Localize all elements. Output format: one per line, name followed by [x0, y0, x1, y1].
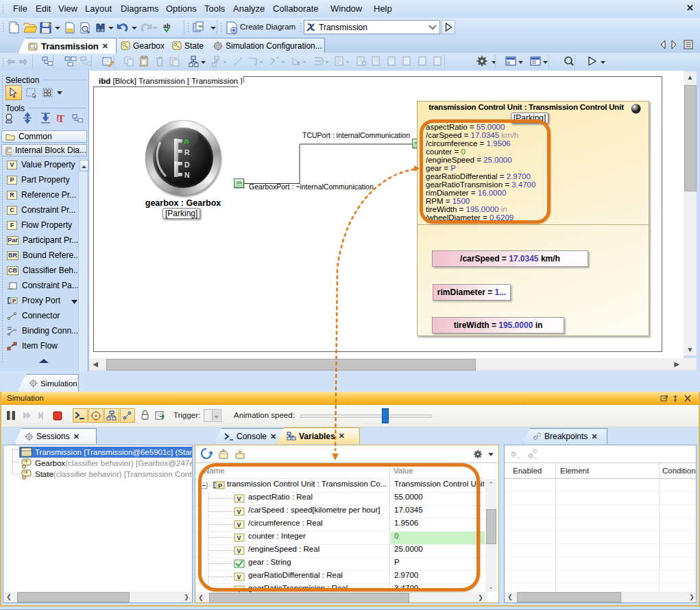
svg-text:T: T [58, 113, 64, 124]
svg-text:P: P [12, 298, 16, 304]
svg-text:R: R [184, 148, 190, 156]
svg-text:N: N [184, 171, 190, 179]
svg-text:D: D [184, 161, 190, 169]
svg-text:P: P [183, 137, 190, 147]
